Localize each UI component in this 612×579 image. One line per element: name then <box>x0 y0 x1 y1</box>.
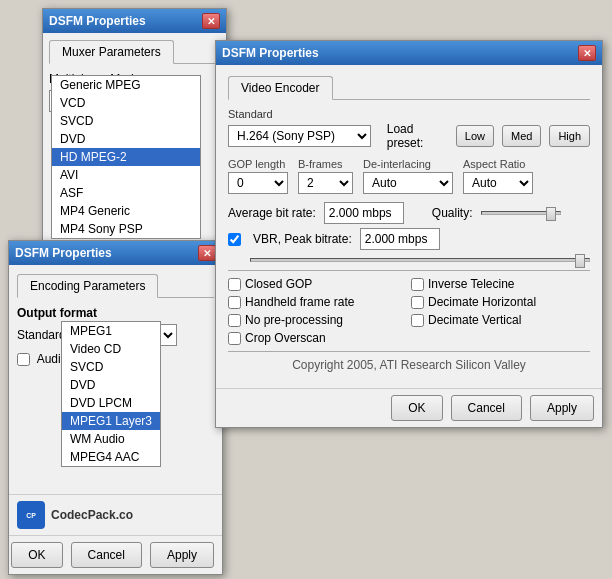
gop-select[interactable]: 0 <box>228 172 288 194</box>
checkbox-group: Closed GOP Inverse Telecine Handheld fra… <box>228 277 590 345</box>
deinterlace-label: De-interlacing <box>363 158 453 170</box>
video-standard-select[interactable]: H.264 (Sony PSP) <box>228 125 371 147</box>
encoding-close-button[interactable]: ✕ <box>198 245 216 261</box>
tab-encoding-parameters[interactable]: Encoding Parameters <box>17 274 158 298</box>
output-format-label: Output format <box>17 306 97 320</box>
encoding-window: DSFM Properties ✕ Encoding Parameters Ou… <box>8 240 223 575</box>
codec-logo-text: CodecPack.co <box>51 508 133 522</box>
aspect-select[interactable]: Auto <box>463 172 533 194</box>
inverse-telecine-label: Inverse Telecine <box>428 277 515 291</box>
encoding-ok-button[interactable]: OK <box>11 542 62 568</box>
dropdown-item-svcd[interactable]: SVCD <box>52 112 200 130</box>
deinterlace-select[interactable]: Auto <box>363 172 453 194</box>
standard-section-label: Standard <box>228 108 590 120</box>
dropdown-item-mpeg1-layer3[interactable]: MPEG1 Layer3 <box>62 412 160 430</box>
dropdown-item-video-cd[interactable]: Video CD <box>62 340 160 358</box>
handheld-framerate-checkbox[interactable] <box>228 296 241 309</box>
video-cancel-button[interactable]: Cancel <box>451 395 522 421</box>
decimate-horizontal-checkbox[interactable] <box>411 296 424 309</box>
closed-gop-checkbox[interactable] <box>228 278 241 291</box>
decimate-vertical-label: Decimate Vertical <box>428 313 521 327</box>
video-apply-button[interactable]: Apply <box>530 395 594 421</box>
audio-bitrate-checkbox[interactable] <box>17 353 30 366</box>
muxer-title: DSFM Properties <box>49 14 146 28</box>
bframes-select[interactable]: 2 <box>298 172 353 194</box>
dropdown-item-asf[interactable]: ASF <box>52 184 200 202</box>
load-preset-label: Load preset: <box>387 122 448 150</box>
dropdown-item-mpeg4-aac[interactable]: MPEG4 AAC <box>62 448 160 466</box>
dropdown-item-dvd2[interactable]: DVD <box>62 376 160 394</box>
video-encoder-window: DSFM Properties ✕ Video Encoder Standard… <box>215 40 603 428</box>
encoding-title: DSFM Properties <box>15 246 112 260</box>
dropdown-item-vcd[interactable]: VCD <box>52 94 200 112</box>
decimate-vertical-checkbox[interactable] <box>411 314 424 327</box>
tab-video-encoder[interactable]: Video Encoder <box>228 76 333 100</box>
video-titlebar: DSFM Properties ✕ <box>216 41 602 65</box>
bframes-label: B-frames <box>298 158 353 170</box>
aspect-label: Aspect Ratio <box>463 158 533 170</box>
vbr-slider-track <box>250 258 590 262</box>
dropdown-item-hd-mpeg2[interactable]: HD MPEG-2 <box>52 148 200 166</box>
dropdown-item-mp4-generic[interactable]: MP4 Generic <box>52 202 200 220</box>
dropdown-item-svcd2[interactable]: SVCD <box>62 358 160 376</box>
dropdown-item-mpeg1[interactable]: MPEG1 <box>62 322 160 340</box>
vbr-checkbox[interactable] <box>228 233 241 246</box>
crop-overscan-checkbox[interactable] <box>228 332 241 345</box>
dropdown-item-wm-audio[interactable]: WM Audio <box>62 430 160 448</box>
crop-overscan-label: Crop Overscan <box>245 331 326 345</box>
dropdown-item-dvd[interactable]: DVD <box>52 130 200 148</box>
dropdown-item-dvd-lpcm[interactable]: DVD LPCM <box>62 394 160 412</box>
no-preprocessing-checkbox[interactable] <box>228 314 241 327</box>
tab-muxer-parameters[interactable]: Muxer Parameters <box>49 40 174 64</box>
muxer-close-button[interactable]: ✕ <box>202 13 220 29</box>
handheld-framerate-label: Handheld frame rate <box>245 295 354 309</box>
encoding-titlebar: DSFM Properties ✕ <box>9 241 222 265</box>
dropdown-item-mp4-sony[interactable]: MP4 Sony PSP <box>52 220 200 238</box>
encoding-dropdown-list: MPEG1 Video CD SVCD DVD DVD LPCM MPEG1 L… <box>61 321 161 467</box>
muxer-dropdown-list: Generic MPEG VCD SVCD DVD HD MPEG-2 AVI … <box>51 75 201 239</box>
video-title: DSFM Properties <box>222 46 319 60</box>
avg-bitrate-input[interactable] <box>324 202 404 224</box>
preset-low-button[interactable]: Low <box>456 125 494 147</box>
dropdown-item-generic-mpeg[interactable]: Generic MPEG <box>52 76 200 94</box>
dropdown-item-avi[interactable]: AVI <box>52 166 200 184</box>
quality-slider-track <box>481 211 561 215</box>
encoding-apply-button[interactable]: Apply <box>150 542 214 568</box>
preset-med-button[interactable]: Med <box>502 125 541 147</box>
quality-label: Quality: <box>432 206 473 220</box>
video-ok-button[interactable]: OK <box>391 395 442 421</box>
inverse-telecine-checkbox[interactable] <box>411 278 424 291</box>
codec-icon: CP <box>17 501 45 529</box>
encoding-cancel-button[interactable]: Cancel <box>71 542 142 568</box>
divider1 <box>228 270 590 271</box>
decimate-horizontal-label: Decimate Horizontal <box>428 295 536 309</box>
quality-slider-thumb[interactable] <box>546 207 556 221</box>
no-preprocessing-label: No pre-processing <box>245 313 343 327</box>
gop-label: GOP length <box>228 158 288 170</box>
copyright-text: Copyright 2005, ATI Research Silicon Val… <box>292 358 526 372</box>
muxer-titlebar: DSFM Properties ✕ <box>43 9 226 33</box>
closed-gop-label: Closed GOP <box>245 277 312 291</box>
preset-high-button[interactable]: High <box>549 125 590 147</box>
vbr-slider-thumb[interactable] <box>575 254 585 268</box>
video-close-button[interactable]: ✕ <box>578 45 596 61</box>
avg-bitrate-label: Average bit rate: <box>228 206 316 220</box>
vbr-input[interactable] <box>360 228 440 250</box>
divider2 <box>228 351 590 352</box>
vbr-label: VBR, Peak bitrate: <box>253 232 352 246</box>
